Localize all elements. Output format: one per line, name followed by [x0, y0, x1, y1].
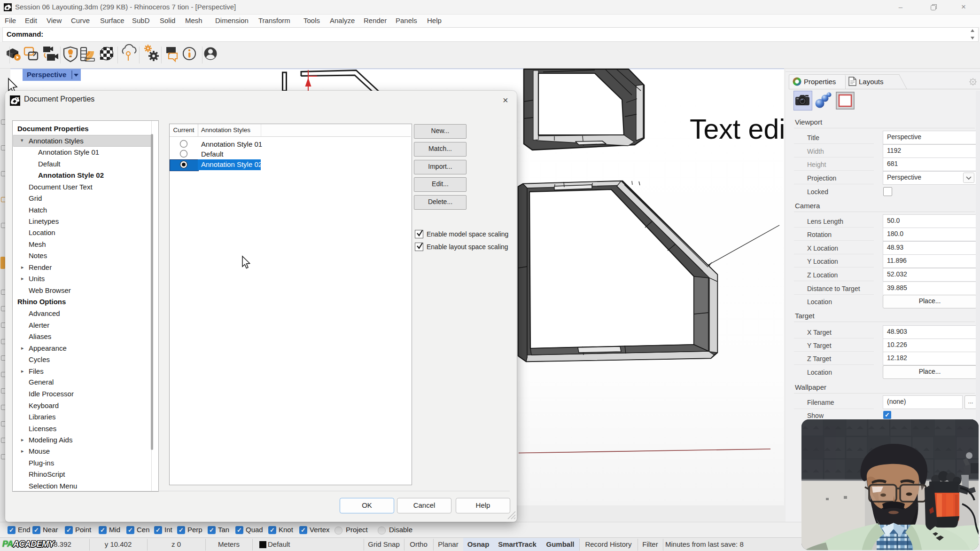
svg-text:Text edit: Text edit: [690, 114, 793, 145]
svg-text:7: 7: [17, 96, 20, 101]
